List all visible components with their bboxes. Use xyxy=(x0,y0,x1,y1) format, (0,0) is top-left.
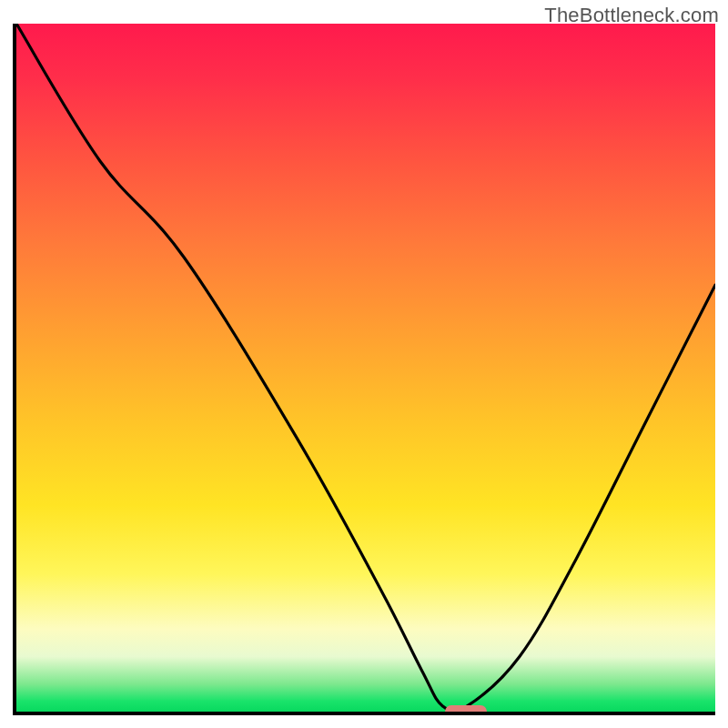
plot-area xyxy=(13,24,715,715)
watermark-text: TheBottleneck.com xyxy=(544,4,719,27)
bottleneck-chart: TheBottleneck.com xyxy=(0,0,728,728)
curve-layer xyxy=(16,24,715,712)
optimal-range-marker xyxy=(445,705,487,715)
bottleneck-curve-path xyxy=(16,24,715,712)
